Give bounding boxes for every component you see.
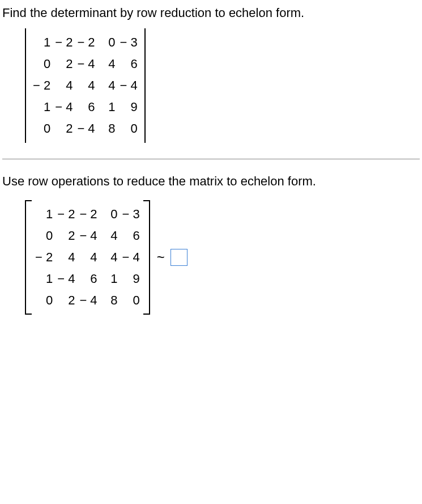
page-content: Find the determinant by row reduction to… <box>0 0 422 332</box>
matrix-cell: − 4 <box>75 118 97 139</box>
det-bar-left <box>25 28 26 143</box>
matrix-cell: 0 <box>33 290 55 311</box>
matrix-cell: 0 <box>31 118 53 139</box>
matrix-cell: − 2 <box>33 247 55 268</box>
matrix-cell: 4 <box>75 75 97 96</box>
matrix-cell: 2 <box>53 53 75 75</box>
matrix-cell: 0 <box>118 118 140 139</box>
matrix-cell: 4 <box>77 247 99 268</box>
matrix-cell: 4 <box>97 53 118 75</box>
matrix-cell: − 4 <box>77 225 99 247</box>
matrix-cell: − 4 <box>55 268 77 290</box>
matrix-cell: 0 <box>100 204 120 225</box>
table-row: 1 − 4 6 1 9 <box>31 96 140 118</box>
determinant-matrix: 1 − 2 − 2 0 − 3 0 2 − 4 4 6 − 2 4 4 <box>25 28 420 143</box>
matrix-cell: − 2 <box>55 204 77 225</box>
matrix-cell: 9 <box>118 96 140 118</box>
table-row: − 2 4 4 4 − 4 <box>33 247 142 268</box>
table-row: 0 2 − 4 8 0 <box>31 118 140 139</box>
echelon-row: 1 − 2 − 2 0 − 3 0 2 − 4 4 6 − 2 4 4 <box>25 200 420 315</box>
question-text: Find the determinant by row reduction to… <box>2 6 420 20</box>
tilde-symbol: ~ <box>157 249 165 265</box>
table-row: − 2 4 4 4 − 4 <box>31 75 140 96</box>
matrix-cell: 8 <box>100 290 120 311</box>
matrix-cell: 4 <box>55 247 77 268</box>
matrix-cell: 4 <box>100 225 120 247</box>
matrix-cell: − 4 <box>75 53 97 75</box>
matrix-cell: 6 <box>120 225 142 247</box>
matrix-cell: 2 <box>53 118 75 139</box>
matrix-cell: 0 <box>97 32 118 53</box>
instruction-text: Use row operations to reduce the matrix … <box>2 174 420 189</box>
matrix-cell: − 4 <box>120 247 142 268</box>
matrix-cell: 4 <box>97 75 118 96</box>
matrix-cell: 6 <box>118 53 140 75</box>
matrix-cell: − 4 <box>53 96 75 118</box>
table-row: 1 − 2 − 2 0 − 3 <box>33 204 142 225</box>
matrix-cell: 0 <box>31 53 53 75</box>
matrix-bracket: 1 − 2 − 2 0 − 3 0 2 − 4 4 6 − 2 4 4 <box>25 200 150 315</box>
section-divider <box>2 159 420 159</box>
matrix-determinant: 1 − 2 − 2 0 − 3 0 2 − 4 4 6 − 2 4 4 <box>25 28 146 143</box>
bracket-right <box>143 200 150 315</box>
matrix-cell: 0 <box>33 225 55 247</box>
matrix-cell: 2 <box>55 290 77 311</box>
matrix-table: 1 − 2 − 2 0 − 3 0 2 − 4 4 6 − 2 4 4 <box>33 204 142 311</box>
matrix-cell: 6 <box>77 268 99 290</box>
matrix-cell: 1 <box>31 32 53 53</box>
table-row: 1 − 4 6 1 9 <box>33 268 142 290</box>
table-row: 1 − 2 − 2 0 − 3 <box>31 32 140 53</box>
table-row: 0 2 − 4 4 6 <box>33 225 142 247</box>
bracket-left <box>25 200 32 315</box>
matrix-cell: − 4 <box>118 75 140 96</box>
matrix-cell: − 2 <box>31 75 53 96</box>
matrix-cell: 6 <box>75 96 97 118</box>
matrix-cell: 1 <box>97 96 118 118</box>
matrix-cell: 9 <box>120 268 142 290</box>
matrix-cell: − 2 <box>75 32 97 53</box>
det-bar-right <box>144 28 146 143</box>
table-row: 0 2 − 4 8 0 <box>33 290 142 311</box>
matrix-cell: − 4 <box>77 290 99 311</box>
matrix-cell: 4 <box>100 247 120 268</box>
matrix-cell: 8 <box>97 118 118 139</box>
matrix-cell: − 3 <box>118 32 140 53</box>
matrix-cell: 0 <box>120 290 142 311</box>
matrix-cell: − 3 <box>120 204 142 225</box>
matrix-cell: 1 <box>33 204 55 225</box>
matrix-cell: − 2 <box>53 32 75 53</box>
matrix-cell: 1 <box>100 268 120 290</box>
matrix-cell: 1 <box>33 268 55 290</box>
matrix-cell: 4 <box>53 75 75 96</box>
table-row: 0 2 − 4 4 6 <box>31 53 140 75</box>
matrix-cell: 2 <box>55 225 77 247</box>
matrix-cell: 1 <box>31 96 53 118</box>
matrix-cell: − 2 <box>77 204 99 225</box>
answer-input[interactable] <box>170 249 187 266</box>
matrix-table: 1 − 2 − 2 0 − 3 0 2 − 4 4 6 − 2 4 4 <box>31 32 140 139</box>
